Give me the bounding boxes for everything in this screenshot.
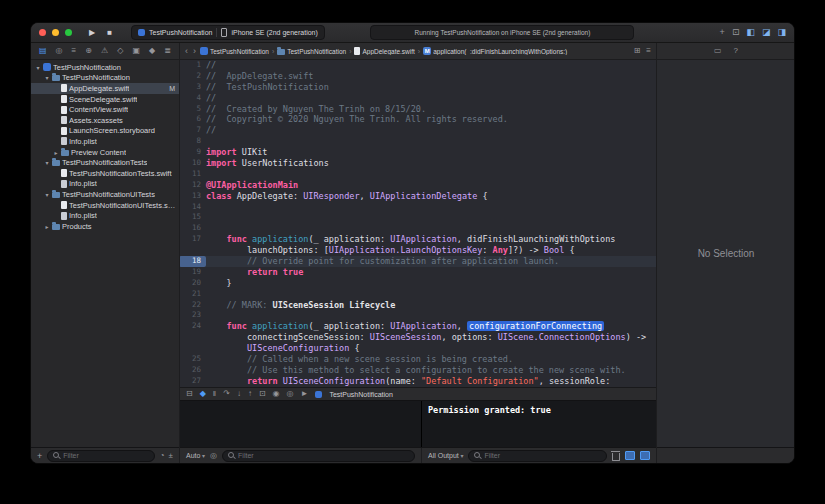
console-view-toggle[interactable]	[640, 451, 650, 460]
back-button[interactable]: ‹	[184, 46, 189, 56]
tree-item[interactable]: ▸Products	[31, 221, 179, 232]
editor-options-icon[interactable]: ≡	[646, 47, 651, 55]
step-out-icon[interactable]: ↑	[248, 390, 252, 398]
code-line[interactable]: 18 // Override point for customization a…	[179, 256, 656, 267]
add-button[interactable]: +	[37, 451, 42, 461]
code-line[interactable]: 9import UIKit	[179, 147, 656, 158]
pane-divider-left[interactable]	[179, 43, 180, 463]
memory-graph-icon[interactable]: ◉	[273, 390, 280, 398]
code-line[interactable]: UISceneConfiguration {	[179, 343, 656, 354]
stop-button[interactable]: ■	[104, 23, 115, 43]
pause-icon[interactable]: ‖	[213, 390, 216, 398]
code-line[interactable]: 22 // MARK: UISceneSession Lifecycle	[179, 300, 656, 311]
code-line[interactable]: 2// AppDelegate.swift	[179, 71, 656, 82]
issue-navigator-icon[interactable]: ⚠	[101, 47, 108, 55]
code-line[interactable]: 16	[179, 223, 656, 234]
test-navigator-icon[interactable]: ◇	[117, 47, 123, 55]
code-line[interactable]: 25 // Called when a new scene session is…	[179, 354, 656, 365]
report-navigator-icon[interactable]: ≣	[164, 47, 171, 55]
debug-navigator-icon[interactable]: ▣	[132, 47, 140, 55]
editor-layout-icon[interactable]: ⊡	[732, 28, 740, 37]
library-plus-icon[interactable]: +	[720, 28, 725, 37]
code-line[interactable]: 20 }	[179, 278, 656, 289]
code-line[interactable]: 5// Created by Nguyen The Trinh on 8/15/…	[179, 104, 656, 115]
tree-item[interactable]: ▾TestPushNotification	[31, 62, 179, 73]
jumpbar-item[interactable]: TestPushNotification	[277, 48, 346, 55]
code-line[interactable]: 8	[179, 136, 656, 147]
tree-item[interactable]: Info.plist	[31, 179, 179, 190]
code-line[interactable]: 26 // Use this method to select a config…	[179, 365, 656, 376]
console-view[interactable]: Permission granted: true	[421, 401, 656, 449]
code-line[interactable]: 11	[179, 169, 656, 180]
console-scope-button[interactable]: All Output	[428, 452, 463, 459]
environment-overrides-icon[interactable]: ◎	[287, 390, 294, 398]
code-line[interactable]: 12@UIApplicationMain	[179, 180, 656, 191]
disclosure-triangle-icon[interactable]: ▾	[44, 191, 50, 198]
tree-item[interactable]: Info.plist	[31, 136, 179, 147]
project-navigator-icon[interactable]: ▤	[39, 47, 47, 55]
code-line[interactable]: 21	[179, 289, 656, 300]
code-line[interactable]: 3// TestPushNotification	[179, 82, 656, 93]
tree-item[interactable]: AppDelegate.swiftM	[31, 83, 179, 94]
pane-divider-right[interactable]	[656, 43, 657, 463]
jumpbar-item[interactable]: Mapplication(_:didFinishLaunchingWithOpt…	[423, 47, 567, 55]
file-inspector-icon[interactable]: ▭	[714, 47, 722, 55]
tree-item[interactable]: TestPushNotificationUITests.swift	[31, 200, 179, 211]
forward-button[interactable]: ›	[192, 46, 197, 56]
quick-help-icon[interactable]: ?	[734, 47, 738, 55]
variables-scope-button[interactable]: Auto	[186, 452, 205, 459]
code-line[interactable]: 1//	[179, 60, 656, 71]
code-line[interactable]: 7//	[179, 125, 656, 136]
code-line[interactable]: 19 return true	[179, 267, 656, 278]
code-line[interactable]: 23	[179, 310, 656, 321]
tree-item[interactable]: Info.plist	[31, 210, 179, 221]
variables-view[interactable]	[179, 401, 421, 449]
hide-debug-area-icon[interactable]: ⊟	[186, 390, 193, 398]
tree-item[interactable]: ▾TestPushNotificationTests	[31, 157, 179, 168]
code-line[interactable]: 10import UserNotifications	[179, 158, 656, 169]
toggle-navigator-icon[interactable]: ◧	[746, 28, 755, 37]
trash-icon[interactable]	[612, 453, 620, 461]
code-line[interactable]: 17 func application(_ application: UIApp…	[179, 234, 656, 245]
code-line[interactable]: 6// Copyright © 2020 Nguyen The Trinh. A…	[179, 114, 656, 125]
code-line[interactable]: 4//	[179, 93, 656, 104]
disclosure-triangle-icon[interactable]: ▸	[53, 149, 59, 156]
code-line[interactable]: launchOptions: [UIApplication.LaunchOpti…	[179, 245, 656, 256]
toggle-debug-area-icon[interactable]: ◪	[762, 28, 771, 37]
simulate-location-icon[interactable]: ►	[301, 390, 309, 398]
step-over-icon[interactable]: ↷	[223, 390, 230, 398]
tree-item[interactable]: Assets.xcassets	[31, 115, 179, 126]
tree-item[interactable]: ContentView.swift	[31, 104, 179, 115]
view-hierarchy-icon[interactable]: ⊡	[259, 390, 266, 398]
scheme-selector[interactable]: TestPushNotification iPhone SE (2nd gene…	[131, 25, 325, 40]
jumpbar-item[interactable]: AppDelegate.swift	[354, 47, 414, 55]
tree-item[interactable]: LaunchScreen.storyboard	[31, 126, 179, 137]
disclosure-triangle-icon[interactable]: ▾	[44, 159, 50, 166]
code-line[interactable]: 27 return UISceneConfiguration(name: "De…	[179, 376, 656, 387]
code-line[interactable]: 24 func application(_ application: UIApp…	[179, 321, 656, 332]
breakpoints-icon[interactable]: ◆	[200, 390, 206, 398]
disclosure-triangle-icon[interactable]: ▸	[44, 223, 50, 230]
tree-item[interactable]: ▾TestPushNotification	[31, 73, 179, 84]
code-line[interactable]: 14	[179, 202, 656, 213]
flag-filter-icon[interactable]: ◎	[210, 452, 217, 460]
variables-view-toggle[interactable]	[625, 451, 635, 460]
scm-filter-icon[interactable]: ±	[169, 452, 173, 460]
tree-item[interactable]: ▾TestPushNotificationUITests	[31, 189, 179, 200]
recent-filter-icon[interactable]: ◔	[160, 452, 165, 460]
console-filter-field[interactable]: Filter	[468, 450, 607, 462]
symbol-navigator-icon[interactable]: ≡	[72, 47, 77, 55]
disclosure-triangle-icon[interactable]: ▾	[44, 74, 50, 81]
variables-filter-field[interactable]: Filter	[222, 450, 415, 462]
minimize-button[interactable]	[52, 29, 59, 36]
code-line[interactable]: 13class AppDelegate: UIResponder, UIAppl…	[179, 191, 656, 202]
tree-item[interactable]: ▸Preview Content	[31, 147, 179, 158]
tree-item[interactable]: SceneDelegate.swift	[31, 94, 179, 105]
navigator-filter-field[interactable]: Filter	[47, 450, 155, 462]
toggle-inspector-icon[interactable]: ◨	[777, 28, 786, 37]
tree-item[interactable]: TestPushNotificationTests.swift	[31, 168, 179, 179]
find-navigator-icon[interactable]: ⊕	[85, 47, 92, 55]
run-button[interactable]: ▶	[86, 23, 98, 43]
code-line[interactable]: connectingSceneSession: UISceneSession, …	[179, 332, 656, 343]
jumpbar-item[interactable]: TestPushNotification	[200, 47, 269, 55]
